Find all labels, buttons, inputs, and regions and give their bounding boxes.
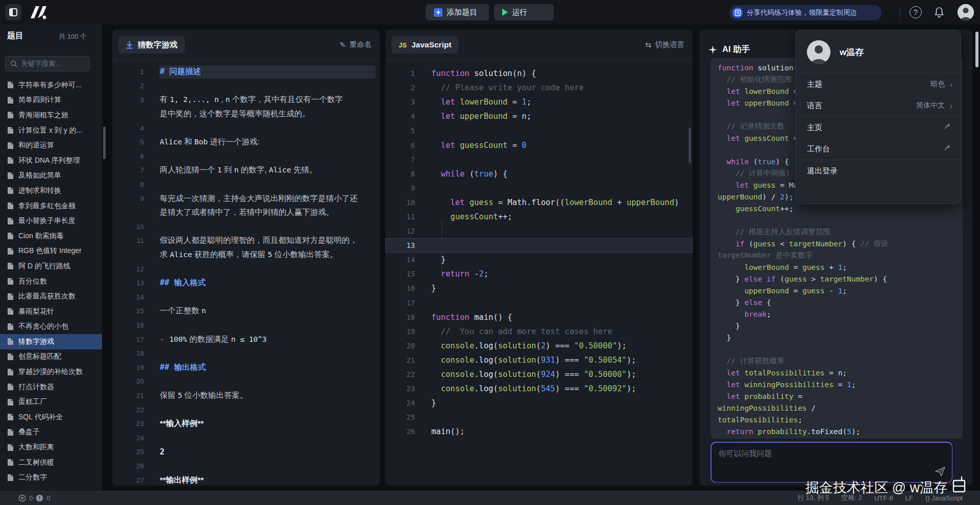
send-icon[interactable] bbox=[935, 466, 946, 477]
sidebar-item-label: SQL 代码补全 bbox=[18, 413, 63, 422]
sidebar-item-5[interactable]: 环状 DNA 序列整理 bbox=[0, 153, 102, 168]
sidebar-item-9[interactable]: 最小替换子串长度 bbox=[0, 213, 102, 229]
sidebar-item-label: 打点计数器 bbox=[18, 383, 54, 392]
dropdown-item-2[interactable]: 主页 bbox=[796, 117, 961, 138]
code-token bbox=[455, 141, 460, 150]
problem-tab[interactable]: 猜数字游戏 bbox=[118, 36, 185, 54]
sidebar-item-20[interactable]: 打点计数器 bbox=[0, 380, 102, 395]
sidebar-item-7[interactable]: 进制求和转换 bbox=[0, 183, 102, 198]
editor-scrollbar[interactable] bbox=[689, 128, 691, 163]
user-avatar[interactable] bbox=[958, 4, 974, 20]
dropdown-item-1[interactable]: 语言简体中文› bbox=[796, 95, 961, 116]
ai-code-line: break; bbox=[718, 308, 963, 320]
code-token bbox=[718, 99, 726, 107]
code-editor-content[interactable]: 1function solution(n) {2 // Please write… bbox=[385, 66, 693, 485]
code-token: (n) { bbox=[512, 69, 536, 78]
file-icon bbox=[7, 308, 14, 315]
code-token bbox=[718, 158, 726, 166]
sidebar-item-14[interactable]: 比赛最高获胜次数 bbox=[0, 289, 102, 304]
ai-code-line: guessCount++; bbox=[718, 203, 963, 214]
dropdown-item-4[interactable]: 退出登录 bbox=[796, 160, 961, 182]
sidebar-item-4[interactable]: 和的逆运算 bbox=[0, 138, 102, 153]
external-link-icon bbox=[944, 144, 952, 153]
sidebar-item-22[interactable]: SQL 代码补全 bbox=[0, 410, 102, 425]
problem-text: 求 Alice 获胜的概率，请保留 5 位小数输出答案。 bbox=[160, 249, 338, 260]
code-token: 个数字，其中有且仅有一个数字 bbox=[230, 95, 343, 104]
help-icon[interactable]: ? bbox=[910, 6, 922, 18]
switch-language-button[interactable]: ⇆ 切换语言 bbox=[645, 40, 684, 49]
problem-content[interactable]: 1# 问题描述23有 1, 2,..., n , n 个数字，其中有且仅有一个数… bbox=[112, 65, 380, 485]
code-token: ) === bbox=[555, 356, 584, 365]
notification-bell-icon[interactable] bbox=[933, 6, 945, 18]
code-token bbox=[749, 181, 753, 189]
page-scrollbar[interactable] bbox=[975, 32, 978, 67]
sidebar-item-12[interactable]: 阿 D 的飞行路线 bbox=[0, 259, 102, 274]
file-icon bbox=[7, 353, 14, 361]
code-token: = bbox=[776, 181, 789, 189]
line-number: 11 bbox=[385, 213, 415, 221]
sidebar-item-24[interactable]: 大数和距离 bbox=[0, 440, 102, 455]
code-token: = bbox=[834, 381, 847, 389]
sidebar-item-15[interactable]: 暴雨梨花针 bbox=[0, 304, 102, 319]
switch-arrows-icon: ⇆ bbox=[645, 41, 651, 49]
sidebar-item-26[interactable]: 二分数字 bbox=[0, 470, 102, 485]
code-token: log bbox=[479, 370, 493, 379]
code-token bbox=[431, 269, 441, 279]
code-token: ( bbox=[536, 341, 541, 350]
sidebar-item-11[interactable]: RGB 色值转 Integer bbox=[0, 244, 102, 259]
promo-banner[interactable]: 分享代码练习体验，领限量定制周边 bbox=[729, 5, 881, 20]
code-token bbox=[455, 112, 460, 121]
code-token: Alice bbox=[269, 166, 291, 174]
sidebar-item-2[interactable]: 青海湖租车之旅 bbox=[0, 108, 102, 123]
promo-text: 分享代码练习体验，领限量定制周边 bbox=[747, 8, 857, 17]
ai-code-line: } else { bbox=[718, 296, 963, 308]
sidebar-item-label: 创意标题匹配 bbox=[18, 352, 61, 361]
problem-text: **输入样例** bbox=[160, 418, 204, 429]
code-token: console bbox=[441, 341, 474, 350]
code-token: lowerBound bbox=[744, 263, 789, 271]
code-token: } bbox=[431, 398, 436, 408]
code-token: let bbox=[441, 97, 455, 107]
language-tab[interactable]: JS JavaScript bbox=[391, 36, 458, 54]
sidebar-item-21[interactable]: 蛋糕工厂 bbox=[0, 394, 102, 410]
sidebar-item-16[interactable]: 不再贪心的小包 bbox=[0, 319, 102, 335]
code-token: ); bbox=[851, 427, 860, 436]
sidebar-item-25[interactable]: 二叉树供暖 bbox=[0, 455, 102, 470]
sidebar-item-18[interactable]: 创意标题匹配 bbox=[0, 349, 102, 365]
sidebar-item-19[interactable]: 穿越沙漠的补给次数 bbox=[0, 364, 102, 380]
sidebar-item-0[interactable]: 字符串有多少种可... bbox=[0, 78, 102, 93]
add-problem-button[interactable]: + 添加题目 bbox=[426, 4, 489, 20]
code-token: 获胜的概率，请保留 bbox=[192, 250, 267, 259]
file-icon bbox=[7, 127, 14, 134]
file-icon bbox=[7, 338, 14, 345]
sidebar-item-1[interactable]: 简单四则计算 bbox=[0, 93, 102, 108]
code-token: toFixed bbox=[811, 427, 842, 436]
sidebar-item-10[interactable]: Cion 勒索病毒 bbox=[0, 229, 102, 244]
code-token: function bbox=[431, 313, 470, 322]
sidebar-item-17[interactable]: 猜数字游戏 bbox=[0, 334, 102, 349]
code-line: } bbox=[431, 284, 436, 293]
search-input[interactable]: 关键字搜索... bbox=[5, 56, 90, 71]
sidebar-item-8[interactable]: 拿到最多红包金额 bbox=[0, 198, 102, 214]
ai-code-line: // 计算获胜概率 bbox=[718, 355, 963, 367]
code-token: console bbox=[441, 356, 474, 365]
sidebar-item-13[interactable]: 百分位数 bbox=[0, 274, 102, 289]
dropdown-item-3[interactable]: 工作台 bbox=[796, 138, 961, 160]
sidebar-scrollbar[interactable] bbox=[103, 127, 106, 159]
code-token: 545 bbox=[541, 384, 555, 393]
dropdown-item-0[interactable]: 主题暗色› bbox=[796, 73, 961, 95]
ai-chat-input[interactable]: 你可以问我问题 bbox=[712, 443, 952, 482]
file-icon bbox=[7, 187, 14, 194]
sidebar-toggle-button[interactable] bbox=[5, 4, 21, 20]
code-token bbox=[718, 228, 736, 236]
editor-line: 25 bbox=[385, 410, 693, 424]
code-token: if bbox=[736, 240, 744, 248]
problem-row: 18 bbox=[112, 346, 380, 361]
problem-text: 一个正整数 n bbox=[160, 306, 206, 316]
run-button[interactable]: 运行 bbox=[494, 4, 554, 20]
sidebar-item-3[interactable]: 计算位置 x 到 y 的... bbox=[0, 123, 102, 138]
sidebar-item-6[interactable]: 及格如此简单 bbox=[0, 168, 102, 184]
sidebar-item-23[interactable]: 叠盘子 bbox=[0, 425, 102, 440]
rename-button[interactable]: ✎ 重命名 bbox=[339, 40, 372, 49]
code-token: guessCount bbox=[744, 134, 789, 142]
